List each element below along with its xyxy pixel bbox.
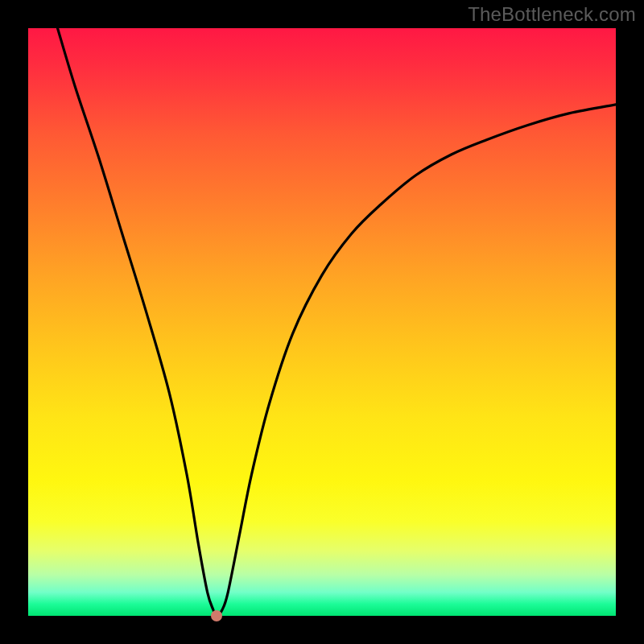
curve-svg [28, 28, 616, 616]
chart-container: TheBottleneck.com [0, 0, 644, 644]
watermark-text: TheBottleneck.com [468, 3, 636, 26]
optimal-point-marker [211, 610, 222, 621]
bottleneck-curve [58, 28, 617, 616]
plot-area [28, 28, 616, 616]
